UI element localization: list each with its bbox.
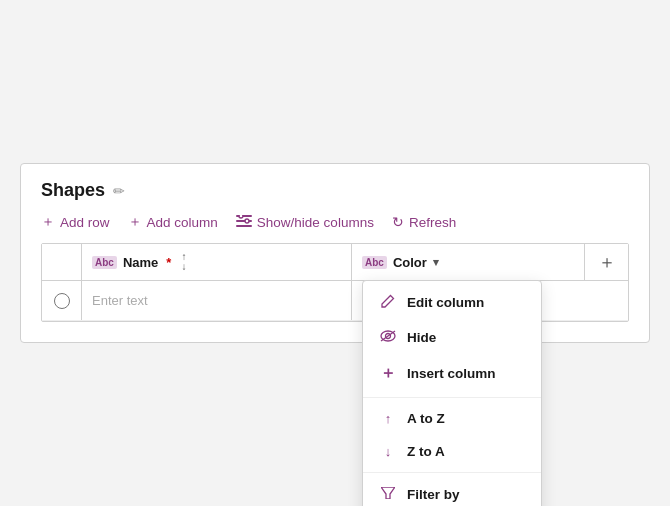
svg-rect-2 bbox=[236, 225, 252, 227]
menu-item-hide-label: Hide bbox=[407, 330, 436, 345]
add-row-icon: ＋ bbox=[41, 213, 55, 231]
toolbar: ＋ Add row ＋ Add column Show/hide columns… bbox=[41, 213, 629, 231]
svg-point-4 bbox=[245, 219, 249, 223]
main-card: Shapes ✏ ＋ Add row ＋ Add column Show/hid… bbox=[20, 163, 650, 343]
refresh-icon: ↻ bbox=[392, 214, 404, 230]
filter-icon bbox=[379, 486, 397, 502]
data-table: Abc Name * ↑ ↓ Abc Color ▾ bbox=[41, 243, 629, 322]
hide-icon bbox=[379, 329, 397, 345]
menu-item-filter-label: Filter by bbox=[407, 487, 460, 502]
refresh-button[interactable]: ↻ Refresh bbox=[392, 214, 456, 230]
add-column-button[interactable]: ＋ Add column bbox=[128, 213, 218, 231]
add-row-button[interactable]: ＋ Add row bbox=[41, 213, 110, 231]
divider-1 bbox=[363, 397, 541, 398]
card-title: Shapes bbox=[41, 180, 105, 201]
svg-point-3 bbox=[239, 215, 243, 218]
row-radio-input[interactable] bbox=[54, 293, 70, 309]
menu-item-filter[interactable]: Filter by bbox=[363, 477, 541, 506]
row-name-cell[interactable]: Enter text bbox=[82, 281, 352, 320]
column-header-name: Abc Name * ↑ ↓ bbox=[82, 244, 352, 280]
menu-item-edit-column-label: Edit column bbox=[407, 295, 484, 310]
row-checkbox-cell[interactable] bbox=[42, 281, 82, 320]
edit-title-icon[interactable]: ✏ bbox=[113, 183, 125, 199]
name-col-label: Name bbox=[123, 255, 158, 270]
add-column-icon: ＋ bbox=[128, 213, 142, 231]
show-hide-button[interactable]: Show/hide columns bbox=[236, 214, 374, 230]
menu-item-atoz-label: A to Z bbox=[407, 411, 445, 426]
menu-item-ztoa[interactable]: ↓ Z to A bbox=[363, 435, 541, 468]
name-placeholder: Enter text bbox=[92, 293, 148, 308]
add-column-button-inline[interactable]: ＋ bbox=[584, 244, 628, 280]
divider-2 bbox=[363, 472, 541, 473]
menu-item-ztoa-label: Z to A bbox=[407, 444, 445, 459]
color-col-label: Color bbox=[393, 255, 427, 270]
edit-column-icon bbox=[379, 294, 397, 311]
name-col-icon: Abc bbox=[92, 256, 117, 269]
color-col-icon: Abc bbox=[362, 256, 387, 269]
insert-column-icon: ＋ bbox=[379, 363, 397, 384]
menu-item-hide[interactable]: Hide bbox=[363, 320, 541, 354]
svg-marker-8 bbox=[381, 487, 395, 499]
menu-item-insert-column[interactable]: ＋ Insert column bbox=[363, 354, 541, 393]
sort-desc-icon[interactable]: ↓ bbox=[181, 262, 186, 272]
show-hide-icon bbox=[236, 214, 252, 230]
header-checkbox-cell bbox=[42, 244, 82, 280]
column-context-menu: Edit column Hide ＋ bbox=[362, 280, 542, 506]
table-header: Abc Name * ↑ ↓ Abc Color ▾ bbox=[42, 244, 628, 281]
ztoa-icon: ↓ bbox=[379, 444, 397, 459]
required-indicator: * bbox=[166, 255, 171, 270]
column-header-color: Abc Color ▾ Edit column bbox=[352, 244, 584, 280]
menu-item-atoz[interactable]: ↑ A to Z bbox=[363, 402, 541, 435]
menu-item-insert-column-label: Insert column bbox=[407, 366, 496, 381]
atoz-icon: ↑ bbox=[379, 411, 397, 426]
color-col-dropdown-icon[interactable]: ▾ bbox=[433, 256, 439, 269]
sort-controls: ↑ ↓ bbox=[181, 252, 186, 272]
menu-item-edit-column[interactable]: Edit column bbox=[363, 285, 541, 320]
card-header: Shapes ✏ bbox=[41, 180, 629, 201]
